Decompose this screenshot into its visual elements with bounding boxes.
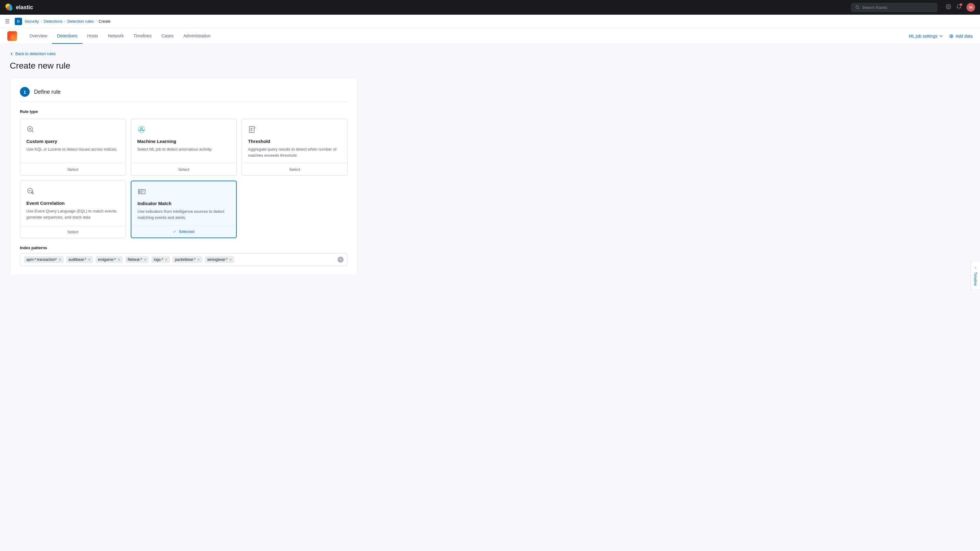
index-tag-endgame: endgame-* ×: [95, 256, 123, 263]
event-correlation-select[interactable]: Select: [20, 225, 126, 238]
threshold-title: Threshold: [248, 139, 341, 144]
rule-type-event-correlation[interactable]: Event Correlation Use Event Query Langua…: [20, 181, 126, 238]
topbar-actions: m: [946, 3, 975, 12]
breadcrumb-bar: ☰ D Security / Detections / Detection ru…: [0, 15, 980, 28]
index-tag-logs-remove[interactable]: ×: [165, 257, 167, 262]
search-icon: [855, 5, 860, 10]
index-tag-apm-remove[interactable]: ×: [59, 257, 61, 262]
notifications-icon[interactable]: [956, 4, 962, 11]
index-tag-logs: logs-* ×: [151, 256, 170, 263]
add-data-button[interactable]: ⊕ Add data: [949, 33, 973, 40]
indicator-match-selected-label: Selected: [179, 229, 194, 234]
breadcrumb-sep-1: /: [41, 19, 42, 24]
breadcrumb-create: Create: [99, 19, 111, 24]
breadcrumb-sep-2: /: [64, 19, 65, 24]
nav-items: Overview Detections Hosts Network Timeli…: [24, 28, 215, 44]
index-tag-winlogbeat: winlogbeat-* ×: [205, 256, 234, 263]
step-title: Define rule: [34, 89, 60, 95]
rule-type-machine-learning[interactable]: Machine Learning Select ML job to detect…: [131, 119, 237, 176]
machine-learning-desc: Select ML job to detect anomalous activi…: [137, 146, 230, 158]
svg-point-9: [139, 130, 140, 131]
timeline-label: Timeline: [973, 272, 978, 282]
svg-point-3: [9, 5, 12, 8]
navbar: Overview Detections Hosts Network Timeli…: [0, 28, 980, 44]
svg-point-10: [142, 130, 144, 131]
security-logo: [7, 31, 17, 41]
settings-icon[interactable]: [946, 4, 951, 11]
nav-overview[interactable]: Overview: [24, 28, 52, 44]
avatar[interactable]: m: [967, 3, 975, 12]
index-tag-auditbeat: auditbeat-* ×: [66, 256, 93, 263]
elastic-wordmark: elastic: [16, 4, 33, 11]
event-correlation-desc: Use Event Query Language (EQL) to match …: [26, 208, 119, 221]
rule-type-label: Rule type: [20, 109, 348, 114]
breadcrumb: Security / Detections / Detection rules …: [24, 19, 111, 24]
step-number: 1: [20, 87, 30, 97]
machine-learning-title: Machine Learning: [137, 139, 230, 144]
timeline-sidebar[interactable]: ‹ Timeline: [970, 261, 980, 282]
ml-job-settings-button[interactable]: ML job settings: [908, 34, 943, 38]
page-title: Create new rule: [10, 61, 358, 71]
index-patterns-label: Index patterns: [20, 246, 348, 250]
back-link-text: Back to detection rules: [15, 51, 56, 56]
breadcrumb-detection-rules[interactable]: Detection rules: [67, 19, 94, 24]
breadcrumb-sep-3: /: [95, 19, 97, 24]
machine-learning-icon: [137, 125, 230, 136]
indicator-match-title: Indicator Match: [137, 201, 230, 206]
rule-type-row2: Event Correlation Use Event Query Langua…: [20, 181, 348, 238]
hamburger-menu[interactable]: ☰: [5, 18, 10, 25]
index-tag-winlogbeat-label: winlogbeat-*: [207, 257, 228, 262]
chevron-down-icon: [939, 34, 943, 38]
index-patterns-clear-button[interactable]: ×: [337, 257, 344, 263]
index-tag-filebeat-remove[interactable]: ×: [144, 257, 146, 262]
back-link[interactable]: Back to detection rules: [10, 51, 358, 56]
topbar: elastic Search Elastic m: [0, 0, 980, 15]
define-rule-card: 1 Define rule Rule type Custom query Use…: [10, 78, 358, 275]
rule-type-indicator-match[interactable]: Indicator Match Use indicators from inte…: [131, 181, 237, 238]
nav-administration[interactable]: Administration: [178, 28, 216, 44]
nav-timelines[interactable]: Timelines: [129, 28, 156, 44]
index-tag-packetbeat-label: packetbeat-*: [175, 257, 196, 262]
indicator-match-selected[interactable]: ✓ Selected: [131, 225, 236, 238]
threshold-desc: Aggregate query results to detect when n…: [248, 146, 341, 158]
threshold-select[interactable]: Select: [242, 163, 347, 175]
index-tag-filebeat: filebeat-* ×: [125, 256, 149, 263]
main-content: Back to detection rules Create new rule …: [0, 44, 368, 282]
rule-type-empty: [242, 181, 348, 238]
machine-learning-select[interactable]: Select: [131, 163, 236, 175]
breadcrumb-security[interactable]: Security: [24, 19, 39, 24]
breadcrumb-detections[interactable]: Detections: [44, 19, 62, 24]
notification-badge: [960, 3, 962, 6]
threshold-icon: [248, 125, 341, 136]
index-tag-apm: apm-*-transaction* ×: [24, 256, 64, 263]
rule-type-custom-query[interactable]: Custom query Use KQL or Lucene to detect…: [20, 119, 126, 176]
index-patterns-input[interactable]: apm-*-transaction* × auditbeat-* × endga…: [20, 253, 348, 266]
custom-query-select[interactable]: Select: [20, 163, 126, 175]
rule-type-row1: Custom query Use KQL or Lucene to detect…: [20, 119, 348, 176]
index-tag-filebeat-label: filebeat-*: [128, 257, 142, 262]
event-correlation-title: Event Correlation: [26, 200, 119, 206]
nav-cases[interactable]: Cases: [156, 28, 178, 44]
search-bar[interactable]: Search Elastic: [851, 3, 937, 12]
index-tag-endgame-remove[interactable]: ×: [118, 257, 120, 262]
svg-point-11: [140, 129, 142, 130]
nav-detections[interactable]: Detections: [52, 28, 82, 44]
index-tag-packetbeat: packetbeat-* ×: [172, 256, 202, 263]
index-tag-logs-label: logs-*: [154, 257, 163, 262]
elastic-logo[interactable]: elastic: [5, 3, 33, 12]
svg-point-5: [948, 6, 950, 8]
nav-network[interactable]: Network: [103, 28, 128, 44]
nav-hosts[interactable]: Hosts: [83, 28, 103, 44]
custom-query-desc: Use KQL or Lucene to detect issues acros…: [26, 146, 119, 158]
index-tag-winlogbeat-remove[interactable]: ×: [229, 257, 232, 262]
nav-right: ML job settings ⊕ Add data: [908, 33, 973, 40]
index-tag-packetbeat-remove[interactable]: ×: [197, 257, 200, 262]
indicator-match-icon: [137, 187, 230, 198]
indicator-match-desc: Use indicators from intelligence sources…: [137, 208, 230, 221]
breadcrumb-d-icon: D: [15, 18, 22, 25]
rule-type-threshold[interactable]: Threshold Aggregate query results to det…: [242, 119, 348, 176]
step-header: 1 Define rule: [20, 87, 348, 102]
check-icon: ✓: [173, 229, 177, 234]
chevron-left-icon: [10, 52, 13, 56]
index-tag-auditbeat-remove[interactable]: ×: [88, 257, 91, 262]
